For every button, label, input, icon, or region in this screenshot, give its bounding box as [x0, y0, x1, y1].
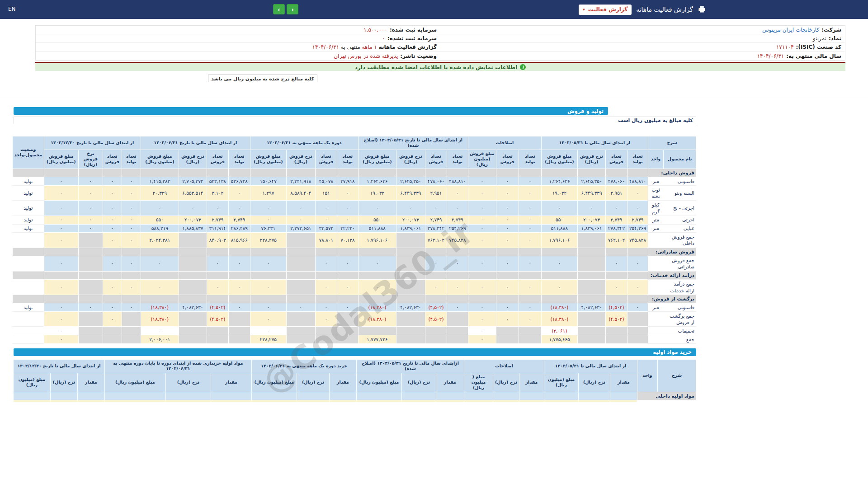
value-cell [207, 335, 228, 344]
value-cell: ۰ [103, 224, 122, 233]
status-cell: تولید [12, 201, 44, 216]
value-cell: ۲۲۸,۲۷۵ [250, 233, 286, 248]
value-cell: ۱,۱۳۸,۸۹۸ [579, 400, 610, 402]
empty-cell [396, 248, 425, 256]
value-cell: ۰ [519, 280, 541, 295]
value-cell: ۰ [627, 201, 648, 216]
value-cell: ۵۵۰ [541, 216, 577, 224]
value-cell [519, 327, 541, 335]
status-cell [12, 312, 44, 327]
empty-cell [207, 169, 228, 177]
value-cell: ۰ [519, 400, 544, 402]
value-cell: ۴۶,۴۴۲ [104, 400, 165, 402]
value-cell [577, 280, 605, 295]
value-cell: ۰ [122, 256, 141, 271]
empty-cell [627, 271, 648, 280]
empty-cell [122, 271, 141, 280]
value-cell [228, 327, 250, 335]
value-cell: ۰ [337, 280, 358, 295]
unit-cell: متر [648, 303, 663, 312]
value-cell: ۰ [496, 224, 519, 233]
value-cell: ۰ [541, 256, 577, 271]
value-cell: ۷۸,۸۰۱ [315, 233, 337, 248]
value-cell: ۰ [44, 256, 78, 271]
value-cell [179, 327, 207, 335]
product-name-cell: جمع درآمد ارائه خدمات [664, 280, 696, 295]
table-row: جمع فروش صادراتی۰۰۰۰۰۰۰۰۰۰۰۰۰۰۰۰۰۰ [12, 256, 696, 271]
value-cell: ۰ [78, 186, 103, 201]
value-cell: ۰ [286, 201, 315, 216]
page-title: گزارش فعالیت ماهانه [636, 6, 693, 13]
column-header: مقدار [211, 373, 251, 392]
info-value: نمرینو [813, 35, 826, 42]
column-header: تعداد فروش [605, 150, 627, 169]
table-row: فاستونیمتر۴۸۸,۸۱۰۴۷۸,۰۶۰۲,۶۴۵,۳۵۰۱,۲۶۴,۶… [12, 177, 696, 186]
value-cell: ۰ [103, 201, 122, 216]
value-cell [627, 312, 648, 327]
empty-cell [286, 169, 315, 177]
column-header: مقدار [329, 373, 356, 392]
value-cell: ۰ [468, 233, 496, 248]
empty-cell [541, 295, 577, 303]
column-group-header: از ابتدای سال مالی تا تاریخ ۱۴۰۳/۱۲/۳۰ [14, 359, 104, 373]
empty-cell [337, 271, 358, 280]
value-cell: ۱,۸۸۵,۸۳۷ [179, 224, 207, 233]
value-cell: ۰ [141, 327, 179, 335]
value-cell: ۵۱۱,۸۸۸ [541, 224, 577, 233]
status-cell [12, 280, 44, 295]
value-cell [78, 312, 103, 327]
value-cell: ۰ [358, 280, 396, 295]
column-header: مبلغ (میلیون ریال) [356, 373, 401, 392]
column-header: مقدار [610, 373, 637, 392]
production-sales-table: شرحاز ابتدای سال مالی تا ۱۴۰۴/۰۵/۳۱اصلاح… [12, 136, 696, 344]
value-cell: ۰ [541, 201, 577, 216]
value-cell: ۰ [627, 280, 648, 295]
prev-report-button[interactable]: ‹ [273, 4, 285, 14]
value-cell [103, 327, 122, 335]
value-cell [447, 312, 468, 327]
report-type-dropdown[interactable]: گزارش فعالیت ▾ [579, 5, 632, 15]
info-label: سال مالی منتهی به: [786, 53, 841, 59]
column-group-header-row: شرحواحداز ابتدای سال مالی تا ۱۴۰۴/۰۵/۳۱ا… [14, 359, 696, 373]
value-cell [425, 335, 447, 344]
print-button[interactable] [698, 5, 706, 14]
empty-cell [577, 248, 605, 256]
column-group-header: وضعیت محصول-واحد [12, 136, 44, 169]
empty-cell [78, 169, 103, 177]
product-name-cell: البسه وپتو [664, 186, 696, 201]
empty-cell [541, 271, 577, 280]
empty-cell [436, 392, 464, 400]
value-cell: ۴۶,۴۴۲ [544, 400, 578, 402]
next-report-button[interactable]: › [287, 4, 298, 14]
value-cell: ۰ [250, 303, 286, 312]
status-cell: تولید [12, 186, 44, 201]
unit-cell: ثوب تخته [648, 186, 663, 201]
value-cell: ۴۰,۷۷۸ [211, 400, 251, 402]
empty-cell [468, 271, 496, 280]
value-cell: ۰ [337, 303, 358, 312]
section-label-cell: برگشت از فروش: [648, 295, 696, 303]
value-cell: ۰ [468, 335, 496, 344]
language-toggle-en[interactable]: EN [8, 6, 16, 12]
empty-cell [337, 169, 358, 177]
value-cell: ۴۷۸,۰۶۰ [605, 177, 627, 186]
company-link[interactable]: کارخانجات ایران مرینوس [762, 27, 819, 33]
value-cell [315, 327, 337, 335]
value-cell [627, 335, 648, 344]
empty-cell [228, 248, 250, 256]
value-cell: ۲۷۸,۳۴۲ [425, 224, 447, 233]
value-cell: ۰ [141, 201, 179, 216]
signature-match-alert: i اطلاعات نمایش داده شده با اطلاعات امضا… [35, 63, 845, 71]
empty-cell [358, 169, 396, 177]
empty-cell [577, 169, 605, 177]
empty-cell [579, 392, 610, 400]
value-cell: ۲,۷۴۹ [207, 216, 228, 224]
value-cell: ۰ [44, 303, 78, 312]
empty-cell [77, 392, 104, 400]
value-cell: ۷۰,۱۳۸ [337, 233, 358, 248]
value-cell: ۸۴۰,۹۰۳ [207, 233, 228, 248]
value-cell: ۲۷۸,۳۴۲ [605, 224, 627, 233]
value-cell: ۰ [179, 201, 207, 216]
top-navigation-bar: گزارش فعالیت ماهانه گزارش فعالیت ▾ ‹ › E… [0, 0, 868, 19]
empty-cell [141, 271, 179, 280]
